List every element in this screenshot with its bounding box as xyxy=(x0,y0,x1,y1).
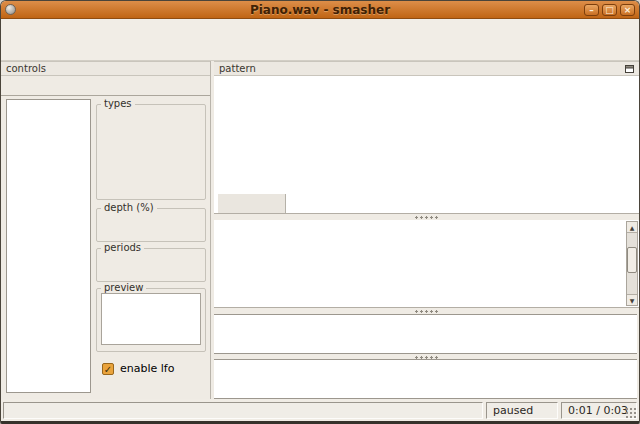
lfo-properties: types depth (%) periods preview xyxy=(94,96,208,398)
enable-lfo-row[interactable]: ✓ enable lfo xyxy=(102,362,174,375)
lfo-preview xyxy=(101,293,201,345)
preview-group-title: preview xyxy=(101,282,146,293)
menubar xyxy=(1,19,639,35)
periods-slider[interactable] xyxy=(101,251,201,277)
waveform-right-channel[interactable] xyxy=(214,359,637,399)
detach-panel-icon[interactable] xyxy=(625,65,634,73)
controls-body: types depth (%) periods preview xyxy=(1,96,210,398)
playback-state: paused xyxy=(486,402,558,419)
preview-group: preview xyxy=(96,288,206,352)
maximize-button[interactable]: □ xyxy=(602,4,617,16)
effects-scrollbar[interactable]: ▲ ▼ xyxy=(626,221,638,306)
periods-group: periods xyxy=(96,248,206,282)
pattern-panel: pattern ▲ ▼ xyxy=(214,61,639,399)
controls-panel-title: controls xyxy=(1,61,210,76)
toolbar xyxy=(1,35,639,61)
pattern-grid-area xyxy=(214,76,639,214)
pattern-panel-title: pattern xyxy=(214,61,639,76)
depth-group: depth (%) xyxy=(96,208,206,242)
statusbar: paused 0:01 / 0:03 xyxy=(1,399,639,423)
status-message xyxy=(3,402,483,419)
waveform-left-channel[interactable] xyxy=(214,314,637,354)
scrollbar-thumb[interactable] xyxy=(627,247,637,273)
titlebar[interactable]: Piano.wav - smasher –□× xyxy=(1,1,639,19)
effects-grid-area: ▲ ▼ xyxy=(214,220,639,308)
row-header-stub xyxy=(218,194,286,214)
enable-lfo-checkbox[interactable]: ✓ xyxy=(102,363,114,375)
pattern-title-label: pattern xyxy=(219,63,256,74)
window-title: Piano.wav - smasher xyxy=(1,3,639,17)
splitter-effects-wave[interactable] xyxy=(214,308,639,314)
close-button[interactable]: × xyxy=(620,4,635,16)
splitter-waves[interactable] xyxy=(214,354,639,359)
resize-grip[interactable] xyxy=(625,407,637,419)
controls-tabs xyxy=(1,76,210,96)
types-group: types xyxy=(96,104,206,200)
window-controls: –□× xyxy=(584,4,635,16)
main-area: controls types depth (%) periods xyxy=(1,61,639,399)
depth-slider[interactable] xyxy=(101,211,201,237)
types-group-title: types xyxy=(101,98,135,109)
parameter-tree xyxy=(6,99,91,393)
minimize-button[interactable]: – xyxy=(584,4,599,16)
app-window: Piano.wav - smasher –□× controls types d… xyxy=(0,0,640,424)
scroll-down-icon[interactable]: ▼ xyxy=(627,294,637,305)
controls-panel: controls types depth (%) periods xyxy=(1,61,211,399)
enable-lfo-label: enable lfo xyxy=(120,362,174,375)
scroll-up-icon[interactable]: ▲ xyxy=(627,222,637,233)
